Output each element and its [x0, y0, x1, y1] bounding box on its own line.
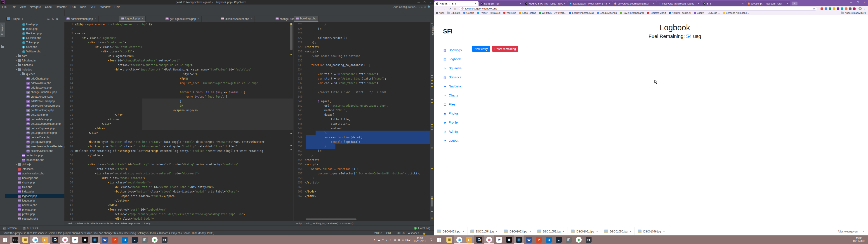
file-encoding[interactable]: UTF-8	[397, 232, 405, 235]
tray-icon[interactable]: ∧	[374, 238, 375, 241]
tray-icon[interactable]: ◍	[398, 238, 400, 241]
extension-icon[interactable]	[837, 7, 839, 10]
project-panel-title[interactable]: Project	[11, 18, 20, 21]
nav-item-files[interactable]: ❏Files	[443, 100, 462, 109]
tree-item-editProfileEmail.php[interactable]: PHPeditProfileEmail.php	[5, 99, 64, 103]
terminal-tool-button[interactable]: >_ Terminal	[0, 226, 20, 230]
tree-item-getLastLogbookItem.php[interactable]: PHPgetLastLogbookItem.php	[5, 122, 64, 126]
extension-icon[interactable]	[845, 7, 847, 10]
home-icon[interactable]: ⌂	[454, 7, 456, 10]
breadcrumb-item[interactable]: add_booking_to_database()	[306, 222, 338, 225]
taskbar-app-slack[interactable]: ✳	[70, 236, 80, 244]
tree-item-Token.php[interactable]: CToken.php	[5, 40, 64, 45]
taskbar-app-opera[interactable]: O	[40, 236, 50, 244]
bookmark-youtube[interactable]: YouTube	[503, 11, 516, 14]
browser-maximize-button[interactable]: ▢	[855, 0, 861, 4]
browser-tab[interactable]: SN393SR - SFI✕	[434, 1, 478, 6]
run-configuration-widget[interactable]: Add Configuration... ▾ ▶ ⬢ 🔍	[393, 5, 431, 8]
error-stripe-left[interactable]	[290, 22, 293, 221]
close-tab-icon[interactable]: ✕	[142, 18, 143, 20]
taskbar-app-outlook[interactable]: O	[544, 236, 554, 244]
browser-tab[interactable]: 3MUSIC STARTS HERE - NPO✕	[523, 1, 567, 6]
hide-panel-icon[interactable]: —	[60, 18, 63, 21]
chevron-down-icon[interactable]: ▼	[629, 231, 631, 233]
breadcrumb-item[interactable]: script	[296, 222, 302, 225]
menu-window[interactable]: Window	[98, 5, 112, 8]
indent-setting[interactable]: 4 spaces	[408, 232, 419, 235]
line-ending[interactable]: CRLF	[386, 232, 393, 235]
download-item[interactable]: DSC01050.jpg▼	[601, 227, 635, 236]
tree-item-Input.php[interactable]: CInput.php	[5, 27, 64, 31]
start-button[interactable]	[0, 236, 10, 244]
tree-item-pickerjs[interactable]: ▶pickerjs	[5, 162, 64, 167]
chevron-down-icon[interactable]: ▼	[663, 231, 665, 233]
menu-navigate[interactable]: Navigate	[28, 5, 43, 8]
tree-item-administration.php[interactable]: PHPadministration.php	[5, 171, 64, 176]
notification-icon[interactable]: 🗨	[428, 236, 434, 244]
download-item[interactable]: DSC01046.jpg▼	[635, 227, 668, 236]
tree-item-.htaccess[interactable]: .htaccess	[5, 167, 64, 171]
tree-item-Validate.php[interactable]: CValidate.php	[5, 49, 64, 54]
tree-item-getNavData.php[interactable]: PHPgetNavData.php	[5, 135, 64, 140]
close-downloads-icon[interactable]: ✕	[863, 230, 865, 233]
close-tab-icon[interactable]: ✕	[520, 2, 521, 5]
browser-tab[interactable]: TRico Otto | Microsoft Teams✕	[657, 1, 701, 6]
browser-tab[interactable]: Sjavascript - How can I refer✕	[746, 1, 790, 6]
horizontal-scrollbar[interactable]	[306, 218, 356, 220]
bookmark-leeuwenborghmail[interactable]: Leeuwenborgh Mail	[569, 11, 594, 14]
browser-minimize-button[interactable]: —	[848, 0, 855, 4]
browser-close-button[interactable]: ✕	[861, 0, 868, 4]
bookmark-clippycssclip[interactable]: Clippy — CSS clip-...	[694, 11, 720, 14]
tree-item-getCharts.php[interactable]: PHPgetCharts.php	[5, 113, 64, 117]
browser-tab[interactable]: SN393SR - SFI✕	[479, 1, 523, 6]
tree-item-includes[interactable]: ▼includes	[5, 67, 64, 72]
new-entry-button[interactable]: New entry	[472, 46, 490, 52]
menu-vcs[interactable]: VCS	[88, 5, 98, 8]
tree-item-getFuelValue.php[interactable]: PHPgetFuelValue.php	[5, 117, 64, 122]
menu-edit[interactable]: Edit	[8, 5, 18, 8]
taskbar-app-discord[interactable]: ʘ	[160, 236, 169, 244]
taskbar-app-outlook[interactable]: O	[120, 236, 130, 244]
bookmark-beroepsambulanc[interactable]: Beroeps Ambulanc...	[723, 11, 749, 14]
tray-icon[interactable]: ✉	[382, 238, 384, 241]
extension-icon[interactable]	[853, 7, 856, 10]
back-icon[interactable]: ←	[437, 7, 440, 10]
close-tab-icon[interactable]: ✕	[251, 18, 252, 20]
tree-item-logbook.php[interactable]: PHPlogbook.php	[5, 194, 64, 199]
scrollbar-thumb[interactable]	[431, 196, 433, 207]
taskbar-app-slack[interactable]: ✳	[494, 236, 504, 244]
status-message[interactable]: Show this project in Rich Presence?: Sel…	[3, 232, 371, 235]
chevron-down-icon[interactable]: ▼	[462, 231, 464, 233]
tree-item-addSquawks.php[interactable]: PHPaddSquawks.php	[5, 85, 64, 90]
database-tool-tab[interactable]: Database	[430, 24, 434, 37]
tree-item-selectAllUsers.php[interactable]: PHPselectAllUsers.php	[5, 149, 64, 153]
close-tab-icon[interactable]: ✕	[564, 2, 566, 5]
scrollbar-thumb[interactable]	[290, 23, 292, 50]
tree-item-header.inc.php[interactable]: PHPheader.inc.php	[5, 158, 64, 162]
extension-icon[interactable]	[820, 7, 823, 10]
tree-item-files.php[interactable]: PHPfiles.php	[5, 185, 64, 189]
taskbar-app-explorer[interactable]: ▣	[20, 236, 30, 244]
locate-file-icon[interactable]: ◎	[47, 18, 50, 21]
tree-item-insertNewLogbookRegister.php[interactable]: PHPinsertNewLogbookRegister.php	[5, 144, 64, 149]
taskbar-app-video[interactable]: ▦	[514, 236, 524, 244]
chevron-down-icon[interactable]: ▼	[22, 18, 24, 20]
browser-tab[interactable]: Yserver007.yourhosting.nl&l✕	[612, 1, 657, 6]
chevron-down-icon[interactable]: ▼	[496, 231, 498, 233]
tree-item-profile.php[interactable]: PHPprofile.php	[5, 212, 64, 216]
close-tab-icon[interactable]: ✕	[653, 2, 655, 5]
reset-remaining-button[interactable]: Reset remaining	[492, 46, 519, 52]
download-item[interactable]: DSC01053.jpg▼	[434, 227, 467, 236]
taskbar-app-headset[interactable]: ☊	[474, 236, 484, 244]
tree-expand-icon[interactable]: ▶	[15, 163, 18, 165]
tree-item-Redirect.php[interactable]: CRedirect.php	[5, 31, 64, 36]
extension-icon[interactable]	[829, 7, 831, 10]
nav-item-charts[interactable]: ↗Charts	[443, 91, 462, 100]
close-tab-icon[interactable]: ✕	[742, 2, 744, 5]
taskbar-app-ring[interactable]: ◍	[60, 236, 70, 244]
tree-item-logout.php[interactable]: PHPlogout.php	[5, 199, 64, 203]
bookmark-icloud[interactable]: iCloud	[491, 11, 500, 14]
tree-item-fullcalendar[interactable]: ▶fullcalendar	[5, 58, 64, 63]
download-item[interactable]: DSC01052.jpg▼	[534, 227, 568, 236]
url-text[interactable]: localhost/geert/logbook.php	[465, 7, 813, 10]
